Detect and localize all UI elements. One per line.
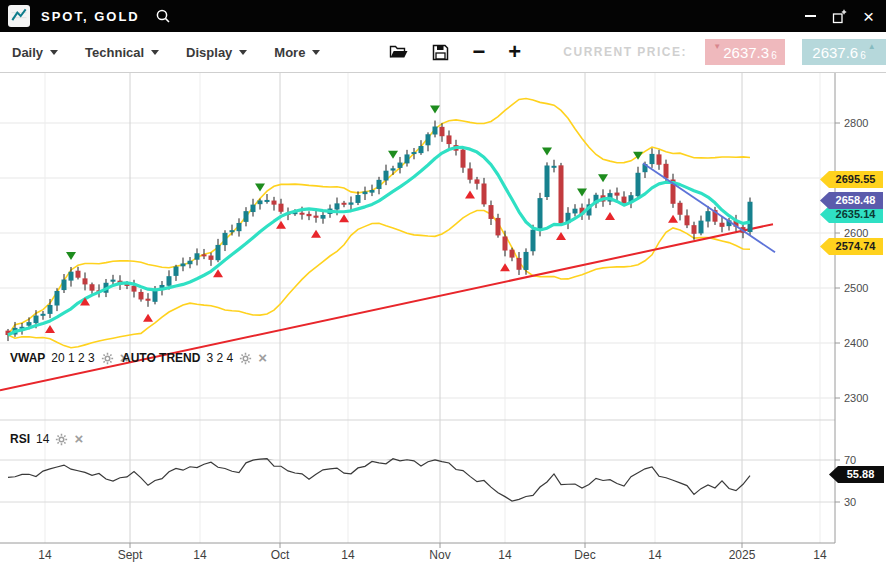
buy-marker <box>143 314 153 322</box>
buy-marker <box>276 221 286 229</box>
toolbar: Daily Technical Display More <box>0 32 886 73</box>
last-close-price-badge: 2658.48 <box>820 192 883 209</box>
buy-marker <box>465 190 475 198</box>
time-tick-label: Dec <box>574 548 595 562</box>
price-tick-label: 2500 <box>844 282 868 294</box>
zoom-out-icon[interactable]: − <box>472 42 485 62</box>
upper-band-price-badge: 2695.55 <box>820 171 883 188</box>
buy-marker <box>500 263 510 271</box>
chevron-down-icon <box>50 50 58 55</box>
trading-app-window: 28002600250024002300703014Sept14Oct14Nov… <box>0 0 886 568</box>
bollinger-upper-band <box>8 99 750 335</box>
sell-marker <box>430 106 440 114</box>
menu-more[interactable]: More <box>274 45 320 60</box>
minimize-icon[interactable] <box>805 15 816 17</box>
vwap-indicator-label: VWAP 20 1 2 3 × <box>10 351 128 365</box>
price-chart-canvas[interactable]: 28002600250024002300703014Sept14Oct14Nov… <box>0 0 886 568</box>
popout-icon[interactable] <box>832 9 847 24</box>
title-bar: SPOT, GOLD × <box>0 0 886 32</box>
up-arrow-icon: ▲ <box>868 42 876 51</box>
menu-technical[interactable]: Technical <box>85 45 159 60</box>
current-price-label: CURRENT PRICE: <box>563 45 687 59</box>
close-icon[interactable]: × <box>863 7 874 26</box>
app-logo-icon <box>8 5 30 27</box>
time-tick-label: Nov <box>429 548 450 562</box>
buy-marker <box>668 215 678 223</box>
gear-icon[interactable] <box>55 433 68 446</box>
rsi-params: 14 <box>36 432 49 446</box>
down-arrow-icon: ▼ <box>713 42 721 51</box>
rsi-indicator-label: RSI 14 × <box>10 432 83 446</box>
vwap-params: 20 1 2 3 <box>51 351 94 365</box>
bid-price: 2637.3 <box>723 44 769 61</box>
rsi-tick-label: 70 <box>844 454 856 466</box>
time-tick-label: Sept <box>118 548 143 562</box>
ask-price-badge: 2637.6 6 ▲ <box>802 39 886 65</box>
menu-display[interactable]: Display <box>186 45 247 60</box>
time-tick-label: 14 <box>38 548 52 562</box>
lower-band-price-badge: 2574.74 <box>820 238 883 255</box>
time-tick-label: 14 <box>341 548 355 562</box>
price-tick-label: 2800 <box>844 117 868 129</box>
gridlines <box>0 73 835 543</box>
ask-pip: 6 <box>860 50 866 61</box>
auto-trend-support <box>0 224 773 390</box>
chevron-down-icon <box>312 50 320 55</box>
bollinger-lower-band <box>8 211 750 348</box>
gear-icon[interactable] <box>101 352 114 365</box>
remove-indicator-icon[interactable]: × <box>258 352 267 364</box>
buy-marker <box>311 230 321 238</box>
chevron-down-icon <box>239 50 247 55</box>
sell-marker <box>542 147 552 155</box>
price-tick-label: 2300 <box>844 392 868 404</box>
save-icon[interactable] <box>432 44 449 61</box>
buy-marker <box>605 212 615 220</box>
price-tick-label: 2600 <box>844 227 868 239</box>
time-tick-label: 14 <box>193 548 207 562</box>
buy-marker <box>45 325 55 333</box>
remove-indicator-icon[interactable]: × <box>74 433 83 445</box>
rsi-line <box>8 459 750 502</box>
time-tick-label: 14 <box>498 548 512 562</box>
zoom-in-icon[interactable]: + <box>508 42 521 62</box>
rsi-value-badge: 55.88 <box>829 466 884 483</box>
bid-pip: 6 <box>771 50 777 61</box>
time-tick-label: Oct <box>271 548 290 562</box>
plot-area <box>0 99 775 502</box>
autotrend-params: 3 2 4 <box>206 351 233 365</box>
time-tick-label: 14 <box>648 548 662 562</box>
bid-price-badge: ▼ 2637.3 6 <box>705 39 785 65</box>
tool-icons: − + <box>389 42 521 62</box>
chevron-down-icon <box>151 50 159 55</box>
price-tick-label: 2400 <box>844 337 868 349</box>
sell-marker <box>255 184 265 192</box>
gear-icon[interactable] <box>239 352 252 365</box>
time-tick-label: 2025 <box>729 548 756 562</box>
menu-timeframe[interactable]: Daily <box>12 45 58 60</box>
search-icon[interactable] <box>155 8 171 24</box>
ask-price: 2637.6 <box>812 44 858 61</box>
autotrend-indicator-label: AUTO TREND 3 2 4 × <box>122 351 267 365</box>
sell-marker <box>66 252 76 260</box>
symbol-title: SPOT, GOLD <box>41 9 140 24</box>
rsi-tick-label: 30 <box>844 496 856 508</box>
open-folder-icon[interactable] <box>389 44 409 60</box>
time-tick-label: 14 <box>813 548 827 562</box>
window-controls: × <box>805 7 874 26</box>
current-price-group: CURRENT PRICE: ▼ 2637.3 6 2637.6 6 ▲ <box>563 32 886 72</box>
sell-marker <box>388 151 398 159</box>
